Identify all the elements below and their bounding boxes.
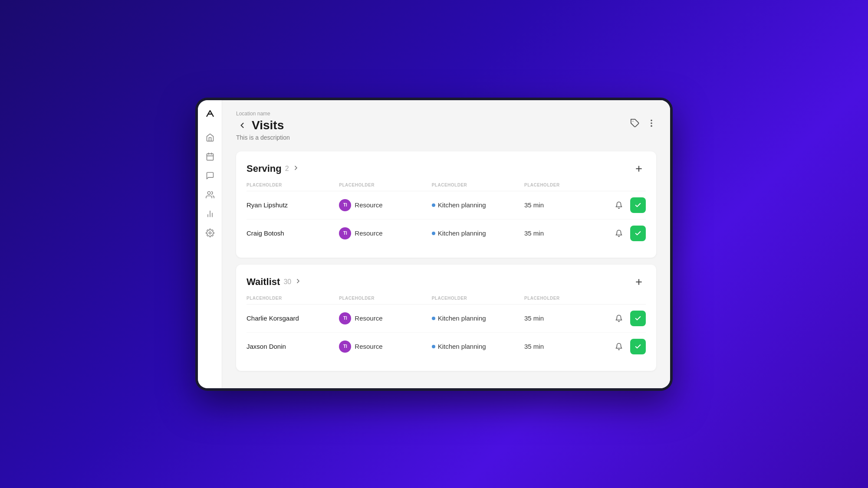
waitlist-row-1-resource: TI Resource — [339, 312, 431, 324]
device-frame: Location name Visits — [195, 98, 673, 391]
sidebar-item-settings[interactable] — [202, 225, 218, 241]
waitlist-add-button[interactable] — [632, 275, 646, 289]
serving-title-row: Serving 2 — [247, 163, 299, 174]
waitlist-row-2-name: Jaxson Donin — [247, 343, 339, 350]
location-name: Location name — [236, 111, 656, 117]
waitlist-row-2-service-label: Kitchen planning — [438, 343, 486, 350]
waitlist-service-dot-1 — [432, 317, 435, 320]
serving-row-1-name: Ryan Lipshutz — [247, 201, 339, 209]
waitlist-col-2: PLACEHOLDER — [339, 296, 431, 301]
sidebar-item-analytics[interactable] — [202, 206, 218, 222]
more-options-icon[interactable] — [647, 118, 656, 128]
waitlist-row-2-resource-label: Resource — [355, 343, 382, 350]
serving-row-1-time: 35 min — [524, 201, 594, 209]
waitlist-col-5 — [594, 296, 646, 301]
serving-row-1-check-button[interactable] — [630, 197, 646, 213]
device-inner: Location name Visits — [198, 100, 670, 388]
waitlist-row-1: Charlie Korsgaard TI Resource Kitchen pl… — [247, 305, 646, 333]
serving-chevron-icon[interactable] — [293, 164, 299, 173]
waitlist-row-1-bell-button[interactable] — [612, 311, 626, 325]
service-dot-icon-2 — [432, 232, 435, 235]
sidebar-item-messages[interactable] — [202, 168, 218, 183]
page-title: Visits — [252, 118, 284, 132]
main-content: Location name Visits — [222, 100, 670, 388]
waitlist-section: Waitlist 30 — [236, 265, 656, 371]
waitlist-row-2: Jaxson Donin TI Resource Kitchen plannin… — [247, 333, 646, 360]
app-logo — [203, 107, 217, 121]
waitlist-row-2-avatar: TI — [339, 341, 351, 353]
svg-point-8 — [209, 232, 211, 234]
serving-title: Serving — [247, 163, 282, 174]
serving-row-2: Craig Botosh TI Resource Kitchen plannin… — [247, 219, 646, 247]
back-button[interactable] — [236, 119, 248, 131]
serving-row-1-service-label: Kitchen planning — [438, 201, 486, 209]
serving-section: Serving 2 — [236, 151, 656, 258]
svg-point-4 — [207, 191, 210, 194]
waitlist-section-header: Waitlist 30 — [247, 275, 646, 289]
waitlist-row-1-resource-label: Resource — [355, 314, 382, 322]
waitlist-row-1-service-label: Kitchen planning — [438, 314, 486, 322]
serving-row-1-resource-label: Resource — [355, 201, 382, 209]
serving-row-2-resource-label: Resource — [355, 229, 382, 237]
serving-row-2-service: Kitchen planning — [432, 229, 524, 237]
waitlist-col-3: PLACEHOLDER — [432, 296, 524, 301]
waitlist-row-1-check-button[interactable] — [630, 311, 646, 326]
serving-row-1-avatar: TI — [339, 199, 351, 211]
serving-row-2-service-label: Kitchen planning — [438, 229, 486, 237]
serving-table-header: PLACEHOLDER PLACEHOLDER PLACEHOLDER PLAC… — [247, 183, 646, 191]
serving-row-2-time: 35 min — [524, 229, 594, 237]
waitlist-row-1-avatar: TI — [339, 312, 351, 324]
serving-row-1-actions — [594, 197, 646, 213]
page-header: Visits — [236, 118, 656, 132]
serving-row-1-resource: TI Resource — [339, 199, 431, 211]
waitlist-count: 30 — [283, 278, 291, 286]
serving-row-2-check-button[interactable] — [630, 226, 646, 241]
serving-row-2-resource: TI Resource — [339, 227, 431, 239]
sidebar-item-calendar[interactable] — [202, 149, 218, 164]
svg-rect-0 — [207, 154, 213, 160]
serving-row-1-bell-button[interactable] — [612, 198, 626, 212]
waitlist-row-1-service: Kitchen planning — [432, 314, 524, 322]
waitlist-service-dot-2 — [432, 345, 435, 348]
svg-point-12 — [651, 125, 652, 126]
serving-row-2-avatar: TI — [339, 227, 351, 239]
serving-row-1: Ryan Lipshutz TI Resource Kitchen planni… — [247, 191, 646, 219]
waitlist-row-1-name: Charlie Korsgaard — [247, 314, 339, 322]
page-description: This is a description — [236, 134, 656, 141]
serving-col-3: PLACEHOLDER — [432, 183, 524, 187]
svg-point-11 — [651, 123, 652, 124]
waitlist-title-row: Waitlist 30 — [247, 276, 302, 288]
serving-row-2-bell-button[interactable] — [612, 226, 626, 240]
serving-col-4: PLACEHOLDER — [524, 183, 594, 187]
waitlist-row-1-actions — [594, 311, 646, 326]
waitlist-col-4: PLACEHOLDER — [524, 296, 594, 301]
sidebar-item-home[interactable] — [202, 130, 218, 145]
serving-row-1-service: Kitchen planning — [432, 201, 524, 209]
tag-icon[interactable] — [630, 118, 640, 128]
serving-add-button[interactable] — [632, 162, 646, 176]
waitlist-table-header: PLACEHOLDER PLACEHOLDER PLACEHOLDER PLAC… — [247, 296, 646, 305]
waitlist-chevron-icon[interactable] — [295, 278, 302, 286]
waitlist-title: Waitlist — [247, 276, 280, 288]
waitlist-col-1: PLACEHOLDER — [247, 296, 339, 301]
sidebar — [198, 100, 222, 388]
serving-col-2: PLACEHOLDER — [339, 183, 431, 187]
waitlist-row-1-time: 35 min — [524, 314, 594, 322]
header-actions — [630, 118, 656, 128]
sidebar-item-users[interactable] — [202, 187, 218, 203]
serving-section-header: Serving 2 — [247, 162, 646, 176]
serving-count: 2 — [285, 165, 289, 173]
waitlist-row-2-bell-button[interactable] — [612, 340, 626, 354]
serving-row-2-name: Craig Botosh — [247, 229, 339, 237]
serving-row-2-actions — [594, 226, 646, 241]
waitlist-row-2-time: 35 min — [524, 343, 594, 350]
serving-col-1: PLACEHOLDER — [247, 183, 339, 187]
serving-col-5 — [594, 183, 646, 187]
waitlist-row-2-service: Kitchen planning — [432, 343, 524, 350]
waitlist-row-2-resource: TI Resource — [339, 341, 431, 353]
waitlist-row-2-actions — [594, 339, 646, 354]
service-dot-icon — [432, 203, 435, 207]
svg-point-10 — [651, 120, 652, 121]
waitlist-row-2-check-button[interactable] — [630, 339, 646, 354]
page-title-row: Visits — [236, 118, 284, 132]
